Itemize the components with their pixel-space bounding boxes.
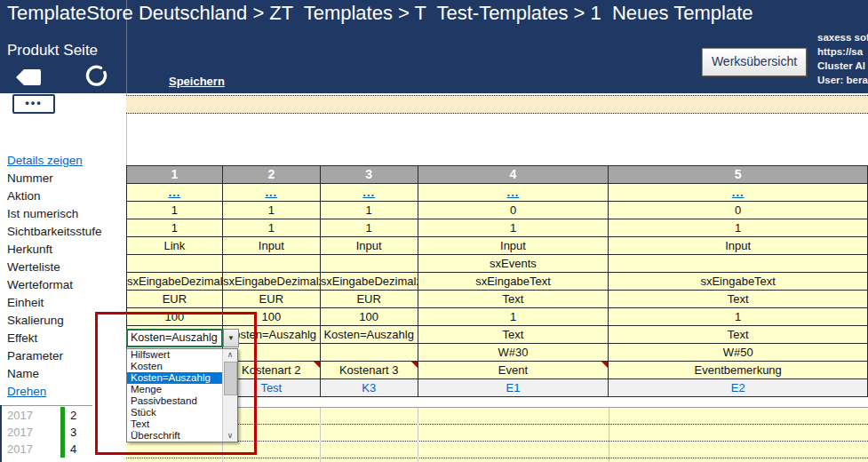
table-cell[interactable]: 1 (127, 202, 223, 219)
dropdown-scrollbar[interactable]: ∧ ∨ (222, 349, 237, 442)
table-cell[interactable]: Input (321, 237, 418, 255)
table-cell[interactable]: 100 (321, 308, 418, 326)
table-cell[interactable] (127, 255, 223, 273)
table-cell: ... (418, 184, 609, 202)
table-cell[interactable]: 1 (609, 219, 868, 237)
table-cell[interactable]: Link (127, 237, 223, 255)
table-cell: ... (321, 184, 418, 202)
dropdown-option[interactable]: Hilfswert (127, 349, 222, 361)
column-header-3[interactable]: 3 (321, 166, 418, 184)
save-link[interactable]: Speichern (169, 75, 225, 88)
action-link[interactable]: ... (507, 186, 520, 199)
column-header-1[interactable]: 1 (127, 166, 223, 184)
table-cell[interactable]: 1 (223, 202, 321, 219)
table-cell[interactable]: 1 (418, 219, 609, 237)
dropdown-option[interactable]: Menge (127, 384, 222, 395)
column-header-2[interactable]: 2 (223, 166, 321, 184)
table-cell[interactable]: Kostenart 3 (321, 362, 418, 379)
effekt-combobox[interactable]: Kosten=Auszahlg (126, 329, 223, 347)
row-label-panel: Details zeigen Nummer Aktion Ist numeris… (7, 152, 124, 401)
row-label-einheit: Einheit (7, 294, 124, 312)
scroll-up-icon[interactable]: ∧ (223, 349, 237, 361)
row-name: Kostenart 2 Kostenart 3 Event Eventbemer… (127, 362, 868, 379)
drehen-cell-link[interactable]: Test (260, 381, 282, 394)
table-cell[interactable]: EUR (223, 291, 321, 308)
drehen-cell-link[interactable]: E1 (506, 381, 521, 394)
page-title: Produkt Seite (7, 42, 98, 60)
dropdown-option[interactable]: Text (127, 418, 222, 430)
table-cell[interactable]: W#50 (609, 344, 868, 362)
dropdown-option[interactable]: Stück (127, 407, 222, 418)
breadcrumb[interactable]: TemplateStore Deutschland > ZT Templates… (7, 2, 753, 25)
table-cell[interactable]: sxEingabeDezimalzahl (321, 273, 418, 291)
table-cell[interactable]: Input (418, 237, 609, 255)
table-cell[interactable]: 1 (321, 202, 418, 219)
table-cell[interactable] (321, 344, 418, 362)
drehen-link[interactable]: Drehen (7, 385, 46, 398)
table-cell[interactable]: Text (418, 291, 609, 308)
drehen-cell-link[interactable]: K3 (362, 381, 376, 394)
year-row: 2017 4 (7, 441, 114, 458)
column-header-5[interactable]: 5 (609, 166, 868, 184)
table-cell[interactable]: 1 (418, 308, 609, 326)
scroll-down-icon[interactable]: ∨ (223, 430, 237, 442)
table-cell[interactable] (321, 255, 418, 273)
refresh-icon[interactable] (84, 64, 108, 91)
row-ist-numerisch: 1 1 1 0 0 (127, 202, 868, 219)
table-cell[interactable]: Text (418, 326, 609, 344)
back-icon[interactable] (16, 69, 43, 89)
year-value: 2017 (7, 424, 60, 441)
werksuebersicht-button[interactable]: Werksübersicht (702, 48, 807, 76)
table-cell[interactable]: 0 (609, 202, 868, 219)
table-cell[interactable]: Input (223, 237, 321, 255)
row-skalierung: 100 100 100 1 1 (127, 308, 868, 326)
table-cell[interactable]: 1 (127, 219, 223, 237)
row-label-sichtbarkeitsstufe: Sichtbarkeitsstufe (7, 223, 124, 241)
table-cell[interactable]: sxEingabeDezimalzahl (223, 273, 321, 291)
table-cell[interactable] (609, 255, 868, 273)
table-cell[interactable]: Eventbemerkung (609, 362, 868, 379)
table-cell: E2 (609, 379, 868, 397)
table-cell[interactable]: sxEingabeDezimalzahl (127, 273, 223, 291)
table-cell[interactable] (223, 255, 321, 273)
combobox-arrow-button[interactable]: ▼ (223, 329, 239, 347)
table-cell[interactable]: 0 (418, 202, 609, 219)
table-cell: ... (223, 184, 321, 202)
table-cell[interactable]: 1 (223, 219, 321, 237)
action-link[interactable]: ... (732, 186, 745, 199)
table-cell[interactable]: Input (609, 237, 868, 255)
table-cell[interactable]: 1 (609, 308, 868, 326)
table-cell[interactable]: EUR (321, 291, 418, 308)
dropdown-option[interactable]: Überschrift (127, 430, 222, 442)
table-cell[interactable]: Kosten=Auszahlg (321, 326, 418, 344)
action-link[interactable]: ... (265, 186, 277, 199)
row-sichtbarkeitsstufe: 1 1 1 1 1 (127, 219, 868, 237)
dropdown-option-selected[interactable]: Kosten=Auszahlg (127, 372, 222, 384)
table-cell[interactable]: Event (418, 362, 609, 379)
table-cell[interactable]: Text (609, 326, 868, 344)
effekt-dropdown-list: Hilfswert Kosten Kosten=Auszahlg Menge P… (126, 348, 238, 442)
year-number: 4 (70, 441, 76, 458)
action-link[interactable]: ... (362, 186, 375, 199)
table-cell[interactable]: EUR (127, 291, 223, 308)
table-cell: K3 (321, 379, 418, 397)
dropdown-option[interactable]: Kosten (127, 361, 222, 372)
scrollbar-thumb[interactable] (224, 362, 237, 395)
table-cell[interactable]: sxEvents (418, 255, 609, 273)
details-zeigen-link[interactable]: Details zeigen (7, 154, 83, 167)
table-cell[interactable]: Text (609, 291, 868, 308)
drehen-cell-link[interactable]: E2 (731, 381, 745, 394)
table-cell[interactable]: sxEingabeText (418, 273, 609, 291)
band-column-divider (609, 408, 609, 462)
action-link[interactable]: ... (169, 186, 181, 199)
table-cell[interactable]: W#30 (418, 344, 609, 362)
table-cell[interactable]: 100 (127, 308, 223, 326)
column-header-4[interactable]: 4 (418, 166, 609, 184)
info-line: saxess sof (817, 30, 868, 44)
dropdown-option[interactable]: Passivbestand (127, 395, 222, 407)
more-options-button[interactable]: ••• (12, 94, 55, 114)
table-cell[interactable]: 1 (321, 219, 418, 237)
table-cell[interactable]: 100 (223, 308, 321, 326)
info-line: https://sa (817, 44, 868, 59)
table-cell[interactable]: sxEingabeText (609, 273, 868, 291)
